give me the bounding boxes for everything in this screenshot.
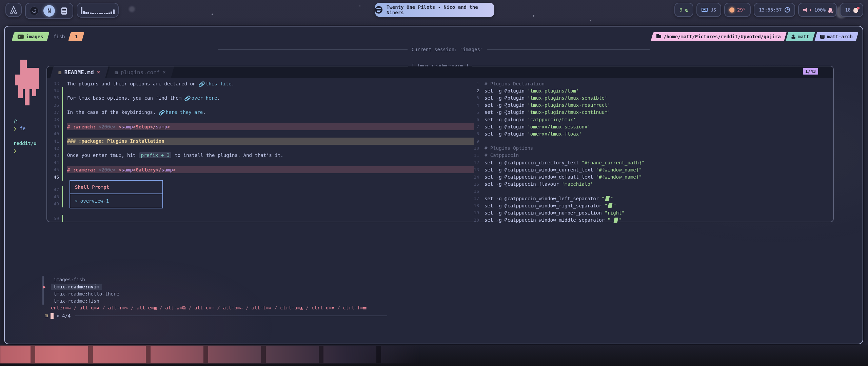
shell-prompt-area[interactable]: ⌂ ❯fe reddit/U ❯ [14,117,36,155]
editor-line: 41### :package: Plugins Installation [48,138,474,145]
now-playing-widget[interactable]: Twenty One Pilots - Nico and the Niners [375,3,494,17]
picker-keybind-hints: enter=⏎ / alt-q=✗ / alt-r=✎ / alt-e=▣ / … [51,305,367,311]
tmux-window-name[interactable]: fish [54,34,65,39]
line-number: 43 [48,153,62,158]
line-number: 33 [48,81,62,86]
editor-line: 13set -g @catppuccin_window_current_text… [468,166,828,173]
line-number: 17 [468,196,485,201]
line-number: 44 [48,160,62,165]
shell-command: fe [20,126,25,131]
terminal-icon: >_ [18,35,24,39]
picker-input-line[interactable]: ⊞ < 4/4 [45,313,387,319]
keybind-action-icon: ✎ [125,305,128,310]
updates-widget[interactable]: 9 ↻ [674,3,693,17]
line-number: 20 [468,218,485,223]
clock-widget[interactable]: 13:55:57 [754,3,795,17]
editor-line: 50 [48,215,474,222]
text-segment: prefix + I [139,152,171,158]
nvim-float-window: [ tmux-readme:nvim ] ▤ README.md × ▤ plu… [46,66,834,222]
line-text: set -g @catppuccin_window_default_text "… [485,173,828,180]
markdown-link[interactable]: here they are [166,109,203,115]
keyboard-layout: US [710,7,716,13]
tab-plugins-conf[interactable]: ▤ plugins.conf × [106,66,174,78]
weather-widget[interactable]: 29° [724,3,751,17]
audio-widget[interactable]: ) 100% [798,3,837,17]
text-segment: " [607,217,613,223]
visualizer-bar [81,7,82,14]
markdown-file-icon: ▤ [59,70,61,75]
close-icon[interactable]: × [163,69,166,75]
session-item[interactable]: ▶images:fish [43,276,122,283]
match-counter: < 4/4 [56,313,71,319]
close-icon[interactable]: × [97,69,100,75]
plugins-editor-pane[interactable]: 1# Plugins Declaration2set -g @plugin 't… [468,80,828,224]
text-segment: . [203,109,205,115]
markdown-link[interactable]: over here [192,95,217,101]
document-icon[interactable] [60,6,68,15]
editor-line: 5set -g @plugin 'tmux-plugins/tmux-conti… [468,109,828,116]
visualizer-bar [104,13,105,14]
tab-readme[interactable]: ▤ README.md × [50,66,108,78]
text-segment: " [605,203,607,208]
git-sign [62,159,63,166]
text-segment: </ [150,124,156,129]
text-segment: " [619,217,622,223]
line-text [67,159,474,166]
line-number: 6 [468,117,485,122]
line-number: 41 [48,139,62,144]
keyboard-layout-widget[interactable]: US [696,3,721,17]
line-text: In the case of the keybindings, here the… [67,109,474,116]
line-text: set -g @catppuccin_directory_text "#{pan… [485,159,828,166]
line-text [67,145,474,152]
dock: N [25,3,73,19]
line-number: 11 [468,153,485,158]
image-icon: ⊡ [75,199,78,204]
git-sign [62,145,63,152]
clock-icon [785,7,790,13]
editor-line: 34 [48,87,474,94]
line-number: 2 [468,88,485,93]
session-item[interactable]: ▶tmux-readme:hello-there [43,290,122,297]
line-text: set -g @catppuccin_window_right_separato… [485,202,828,209]
editor-line: 19set -g @catppuccin_window_number_posit… [468,209,828,216]
markdown-link[interactable]: this file [206,81,232,86]
now-playing-title: Twenty One Pilots - Nico and the Niners [387,4,494,15]
star [533,15,534,17]
launcher-button[interactable] [5,3,22,17]
text-segment: "right" [605,210,625,216]
text-segment: 'omerxx/tmux-floax' [527,131,581,137]
line-number: 14 [468,175,485,180]
editor-line: 33The plugins and their options are decl… [48,80,474,87]
visualizer-bar [106,13,108,14]
notifications-widget[interactable]: 18 [840,3,863,17]
session-item[interactable]: ▶tmux-readme:nvim [43,283,122,290]
git-sign [62,138,63,145]
text-segment: ### [67,138,79,144]
tmux-window-index[interactable]: 1 [68,32,85,41]
text-segment: to install the plugins. And that's it. [172,152,283,158]
updates-count: 9 [679,7,682,13]
browser-icon[interactable] [30,6,39,15]
tmux-session-tab[interactable]: >_ images [12,32,49,41]
git-sign [62,80,63,87]
editor-line: 1# Plugins Declaration [468,80,828,87]
neovim-icon[interactable]: N [43,5,55,17]
text-segment: > [167,124,170,129]
keybind-separator: / [272,305,280,310]
keybind-hint: alt-e= [137,305,154,310]
session-item[interactable]: ▶tmux-readme:fish [43,298,122,305]
text-segment: " [613,203,616,208]
line-text: # Catppuccin [485,152,828,159]
editor-line: 8set -g @plugin 'omerxx/tmux-floax' [468,130,828,137]
editor-line: 2set -g @plugin 'tmux-plugins/tpm' [468,87,828,94]
line-text: set -g @catppuccin_window_left_separator… [485,195,828,202]
text-segment: set -g @catppuccin_flavour [485,181,562,187]
line-text: set -g @plugin 'tmux-plugins/tmux-contin… [485,109,828,116]
keybind-separator: / [186,305,194,310]
keybind-hint: ctrl-d= [312,305,332,310]
visualizer-bar [95,13,96,14]
keybind-hint: alt-q= [79,305,97,310]
text-segment: set -g @plugin [485,109,527,115]
tmux-session-name: images [26,34,43,39]
text-segment: set -g @plugin [485,131,527,137]
